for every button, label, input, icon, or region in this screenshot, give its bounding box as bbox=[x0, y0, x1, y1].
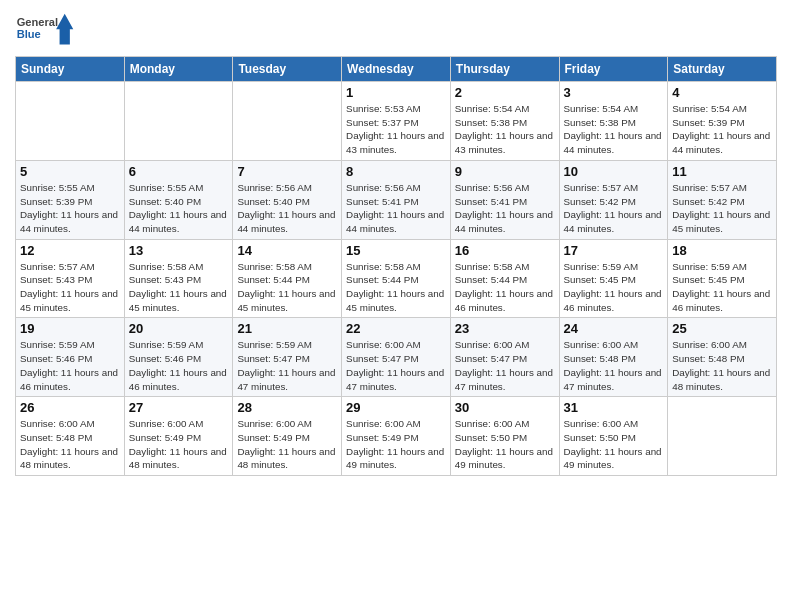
calendar-cell: 28Sunrise: 6:00 AM Sunset: 5:49 PM Dayli… bbox=[233, 397, 342, 476]
calendar-table: SundayMondayTuesdayWednesdayThursdayFrid… bbox=[15, 56, 777, 476]
calendar-cell: 19Sunrise: 5:59 AM Sunset: 5:46 PM Dayli… bbox=[16, 318, 125, 397]
calendar-cell: 29Sunrise: 6:00 AM Sunset: 5:49 PM Dayli… bbox=[342, 397, 451, 476]
day-info: Sunrise: 5:59 AM Sunset: 5:46 PM Dayligh… bbox=[20, 338, 120, 393]
day-number: 5 bbox=[20, 164, 120, 179]
page-header: General Blue bbox=[15, 10, 777, 50]
weekday-header-tuesday: Tuesday bbox=[233, 57, 342, 82]
calendar-cell: 22Sunrise: 6:00 AM Sunset: 5:47 PM Dayli… bbox=[342, 318, 451, 397]
day-info: Sunrise: 6:00 AM Sunset: 5:50 PM Dayligh… bbox=[455, 417, 555, 472]
day-info: Sunrise: 5:58 AM Sunset: 5:43 PM Dayligh… bbox=[129, 260, 229, 315]
calendar-cell: 21Sunrise: 5:59 AM Sunset: 5:47 PM Dayli… bbox=[233, 318, 342, 397]
day-info: Sunrise: 5:54 AM Sunset: 5:39 PM Dayligh… bbox=[672, 102, 772, 157]
calendar-cell: 7Sunrise: 5:56 AM Sunset: 5:40 PM Daylig… bbox=[233, 160, 342, 239]
day-info: Sunrise: 5:56 AM Sunset: 5:41 PM Dayligh… bbox=[455, 181, 555, 236]
weekday-header-saturday: Saturday bbox=[668, 57, 777, 82]
day-info: Sunrise: 6:00 AM Sunset: 5:48 PM Dayligh… bbox=[564, 338, 664, 393]
day-info: Sunrise: 5:53 AM Sunset: 5:37 PM Dayligh… bbox=[346, 102, 446, 157]
day-number: 10 bbox=[564, 164, 664, 179]
day-number: 27 bbox=[129, 400, 229, 415]
calendar-cell: 6Sunrise: 5:55 AM Sunset: 5:40 PM Daylig… bbox=[124, 160, 233, 239]
calendar-week-row: 1Sunrise: 5:53 AM Sunset: 5:37 PM Daylig… bbox=[16, 82, 777, 161]
day-number: 30 bbox=[455, 400, 555, 415]
svg-marker-2 bbox=[56, 14, 73, 45]
calendar-cell: 17Sunrise: 5:59 AM Sunset: 5:45 PM Dayli… bbox=[559, 239, 668, 318]
calendar-cell: 25Sunrise: 6:00 AM Sunset: 5:48 PM Dayli… bbox=[668, 318, 777, 397]
calendar-cell: 3Sunrise: 5:54 AM Sunset: 5:38 PM Daylig… bbox=[559, 82, 668, 161]
day-info: Sunrise: 5:54 AM Sunset: 5:38 PM Dayligh… bbox=[564, 102, 664, 157]
day-number: 14 bbox=[237, 243, 337, 258]
calendar-cell bbox=[668, 397, 777, 476]
day-info: Sunrise: 5:57 AM Sunset: 5:43 PM Dayligh… bbox=[20, 260, 120, 315]
day-info: Sunrise: 5:59 AM Sunset: 5:46 PM Dayligh… bbox=[129, 338, 229, 393]
day-info: Sunrise: 6:00 AM Sunset: 5:47 PM Dayligh… bbox=[346, 338, 446, 393]
calendar-cell: 12Sunrise: 5:57 AM Sunset: 5:43 PM Dayli… bbox=[16, 239, 125, 318]
logo-svg: General Blue bbox=[15, 10, 75, 50]
day-number: 1 bbox=[346, 85, 446, 100]
day-info: Sunrise: 5:56 AM Sunset: 5:40 PM Dayligh… bbox=[237, 181, 337, 236]
day-number: 29 bbox=[346, 400, 446, 415]
calendar-cell: 30Sunrise: 6:00 AM Sunset: 5:50 PM Dayli… bbox=[450, 397, 559, 476]
day-number: 15 bbox=[346, 243, 446, 258]
weekday-header-wednesday: Wednesday bbox=[342, 57, 451, 82]
day-number: 21 bbox=[237, 321, 337, 336]
day-number: 11 bbox=[672, 164, 772, 179]
calendar-cell: 1Sunrise: 5:53 AM Sunset: 5:37 PM Daylig… bbox=[342, 82, 451, 161]
calendar-week-row: 19Sunrise: 5:59 AM Sunset: 5:46 PM Dayli… bbox=[16, 318, 777, 397]
day-number: 4 bbox=[672, 85, 772, 100]
calendar-cell: 10Sunrise: 5:57 AM Sunset: 5:42 PM Dayli… bbox=[559, 160, 668, 239]
calendar-week-row: 5Sunrise: 5:55 AM Sunset: 5:39 PM Daylig… bbox=[16, 160, 777, 239]
day-info: Sunrise: 5:55 AM Sunset: 5:40 PM Dayligh… bbox=[129, 181, 229, 236]
calendar-cell bbox=[16, 82, 125, 161]
day-info: Sunrise: 5:58 AM Sunset: 5:44 PM Dayligh… bbox=[455, 260, 555, 315]
day-number: 20 bbox=[129, 321, 229, 336]
svg-text:General: General bbox=[17, 16, 58, 28]
calendar-cell: 11Sunrise: 5:57 AM Sunset: 5:42 PM Dayli… bbox=[668, 160, 777, 239]
calendar-cell bbox=[124, 82, 233, 161]
day-number: 31 bbox=[564, 400, 664, 415]
calendar-week-row: 26Sunrise: 6:00 AM Sunset: 5:48 PM Dayli… bbox=[16, 397, 777, 476]
day-info: Sunrise: 5:57 AM Sunset: 5:42 PM Dayligh… bbox=[672, 181, 772, 236]
calendar-cell: 14Sunrise: 5:58 AM Sunset: 5:44 PM Dayli… bbox=[233, 239, 342, 318]
weekday-header-row: SundayMondayTuesdayWednesdayThursdayFrid… bbox=[16, 57, 777, 82]
calendar-cell: 24Sunrise: 6:00 AM Sunset: 5:48 PM Dayli… bbox=[559, 318, 668, 397]
day-info: Sunrise: 5:56 AM Sunset: 5:41 PM Dayligh… bbox=[346, 181, 446, 236]
calendar-cell: 2Sunrise: 5:54 AM Sunset: 5:38 PM Daylig… bbox=[450, 82, 559, 161]
day-number: 26 bbox=[20, 400, 120, 415]
day-info: Sunrise: 6:00 AM Sunset: 5:47 PM Dayligh… bbox=[455, 338, 555, 393]
day-info: Sunrise: 6:00 AM Sunset: 5:48 PM Dayligh… bbox=[20, 417, 120, 472]
calendar-cell: 31Sunrise: 6:00 AM Sunset: 5:50 PM Dayli… bbox=[559, 397, 668, 476]
calendar-cell: 15Sunrise: 5:58 AM Sunset: 5:44 PM Dayli… bbox=[342, 239, 451, 318]
weekday-header-monday: Monday bbox=[124, 57, 233, 82]
weekday-header-sunday: Sunday bbox=[16, 57, 125, 82]
day-number: 2 bbox=[455, 85, 555, 100]
calendar-cell: 16Sunrise: 5:58 AM Sunset: 5:44 PM Dayli… bbox=[450, 239, 559, 318]
day-info: Sunrise: 6:00 AM Sunset: 5:49 PM Dayligh… bbox=[237, 417, 337, 472]
day-info: Sunrise: 5:59 AM Sunset: 5:45 PM Dayligh… bbox=[564, 260, 664, 315]
day-info: Sunrise: 5:55 AM Sunset: 5:39 PM Dayligh… bbox=[20, 181, 120, 236]
day-info: Sunrise: 6:00 AM Sunset: 5:49 PM Dayligh… bbox=[129, 417, 229, 472]
calendar-cell: 27Sunrise: 6:00 AM Sunset: 5:49 PM Dayli… bbox=[124, 397, 233, 476]
weekday-header-thursday: Thursday bbox=[450, 57, 559, 82]
calendar-week-row: 12Sunrise: 5:57 AM Sunset: 5:43 PM Dayli… bbox=[16, 239, 777, 318]
day-number: 7 bbox=[237, 164, 337, 179]
day-number: 23 bbox=[455, 321, 555, 336]
day-number: 22 bbox=[346, 321, 446, 336]
day-number: 18 bbox=[672, 243, 772, 258]
calendar-cell: 13Sunrise: 5:58 AM Sunset: 5:43 PM Dayli… bbox=[124, 239, 233, 318]
day-number: 16 bbox=[455, 243, 555, 258]
day-number: 25 bbox=[672, 321, 772, 336]
day-info: Sunrise: 5:54 AM Sunset: 5:38 PM Dayligh… bbox=[455, 102, 555, 157]
logo: General Blue bbox=[15, 10, 75, 50]
day-number: 8 bbox=[346, 164, 446, 179]
calendar-cell: 26Sunrise: 6:00 AM Sunset: 5:48 PM Dayli… bbox=[16, 397, 125, 476]
weekday-header-friday: Friday bbox=[559, 57, 668, 82]
svg-text:Blue: Blue bbox=[17, 28, 41, 40]
calendar-cell: 18Sunrise: 5:59 AM Sunset: 5:45 PM Dayli… bbox=[668, 239, 777, 318]
day-number: 17 bbox=[564, 243, 664, 258]
calendar-cell: 4Sunrise: 5:54 AM Sunset: 5:39 PM Daylig… bbox=[668, 82, 777, 161]
day-number: 3 bbox=[564, 85, 664, 100]
day-info: Sunrise: 5:59 AM Sunset: 5:45 PM Dayligh… bbox=[672, 260, 772, 315]
calendar-cell: 20Sunrise: 5:59 AM Sunset: 5:46 PM Dayli… bbox=[124, 318, 233, 397]
day-number: 19 bbox=[20, 321, 120, 336]
calendar-cell bbox=[233, 82, 342, 161]
